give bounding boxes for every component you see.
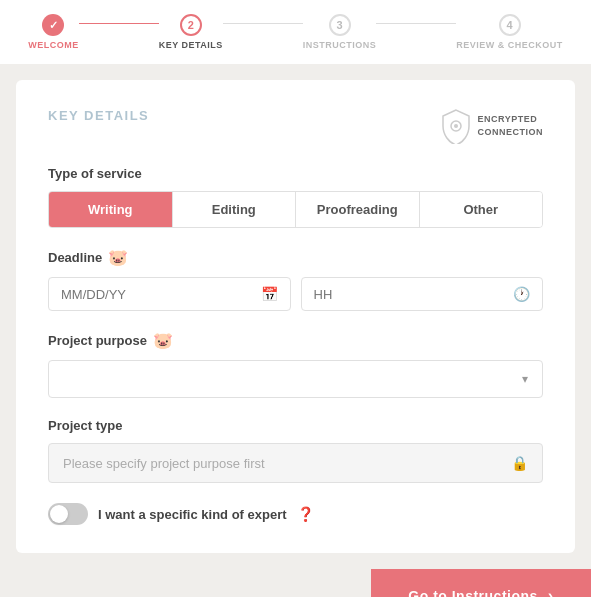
go-to-instructions-button[interactable]: Go to Instructions ›	[371, 569, 591, 597]
card-title: KEY DETAILS	[48, 108, 149, 123]
calendar-icon: 📅	[261, 286, 278, 302]
encrypted-text: ENCRYPTEDCONNECTION	[478, 113, 544, 138]
step-review-checkout[interactable]: 4 REVIEW & CHECKOUT	[456, 14, 563, 50]
step-line-3	[376, 23, 456, 24]
lock-icon: 🔒	[511, 455, 528, 471]
project-type-field: Please specify project purpose first 🔒	[48, 443, 543, 483]
deadline-label: Deadline 🐷	[48, 248, 543, 267]
tab-other[interactable]: Other	[420, 192, 543, 227]
key-details-card: KEY DETAILS ENCRYPTEDCONNECTION Type of …	[16, 80, 575, 553]
tab-editing[interactable]: Editing	[173, 192, 297, 227]
expert-toggle-row: I want a specific kind of expert ❓	[48, 503, 543, 525]
service-tabs: Writing Editing Proofreading Other	[48, 191, 543, 228]
project-purpose-label: Project purpose 🐷	[48, 331, 543, 350]
help-icon[interactable]: ❓	[297, 506, 314, 522]
step-label-key-details: KEY DETAILS	[159, 40, 223, 50]
step-circle-review: 4	[499, 14, 521, 36]
footer: Go to Instructions ›	[0, 569, 591, 597]
date-input-wrapper: 📅	[48, 277, 291, 311]
step-label-review: REVIEW & CHECKOUT	[456, 40, 563, 50]
tab-proofreading[interactable]: Proofreading	[296, 192, 420, 227]
go-btn-arrow-icon: ›	[548, 587, 554, 597]
encrypted-badge: ENCRYPTEDCONNECTION	[440, 108, 544, 144]
piggy-icon-purpose: 🐷	[153, 331, 173, 350]
stepper: WELCOME 2 KEY DETAILS 3 INSTRUCTIONS 4 R…	[0, 0, 591, 64]
project-purpose-dropdown[interactable]: ▾	[48, 360, 543, 398]
deadline-row: 📅 🕐	[48, 277, 543, 311]
step-key-details[interactable]: 2 KEY DETAILS	[159, 14, 223, 50]
step-circle-key-details: 2	[180, 14, 202, 36]
card-header: KEY DETAILS ENCRYPTEDCONNECTION	[48, 108, 543, 144]
clock-icon: 🕐	[513, 286, 530, 302]
chevron-down-icon: ▾	[522, 372, 528, 386]
svg-point-1	[454, 124, 458, 128]
expert-toggle-label: I want a specific kind of expert	[98, 507, 287, 522]
project-type-placeholder: Please specify project purpose first	[63, 456, 265, 471]
expert-toggle[interactable]	[48, 503, 88, 525]
step-label-welcome: WELCOME	[28, 40, 79, 50]
toggle-knob	[50, 505, 68, 523]
time-input[interactable]	[314, 287, 506, 302]
step-label-instructions: INSTRUCTIONS	[303, 40, 377, 50]
time-input-wrapper: 🕐	[301, 277, 544, 311]
step-line-2	[223, 23, 303, 24]
step-welcome[interactable]: WELCOME	[28, 14, 79, 50]
date-input[interactable]	[61, 287, 253, 302]
type-of-service-label: Type of service	[48, 166, 543, 181]
go-btn-label: Go to Instructions	[408, 588, 538, 597]
step-circle-welcome	[42, 14, 64, 36]
piggy-icon-deadline: 🐷	[108, 248, 128, 267]
step-line-1	[79, 23, 159, 24]
step-circle-instructions: 3	[329, 14, 351, 36]
step-instructions[interactable]: 3 INSTRUCTIONS	[303, 14, 377, 50]
tab-writing[interactable]: Writing	[49, 192, 173, 227]
project-type-label: Project type	[48, 418, 543, 433]
main-content: KEY DETAILS ENCRYPTEDCONNECTION Type of …	[0, 64, 591, 569]
shield-icon	[440, 108, 472, 144]
